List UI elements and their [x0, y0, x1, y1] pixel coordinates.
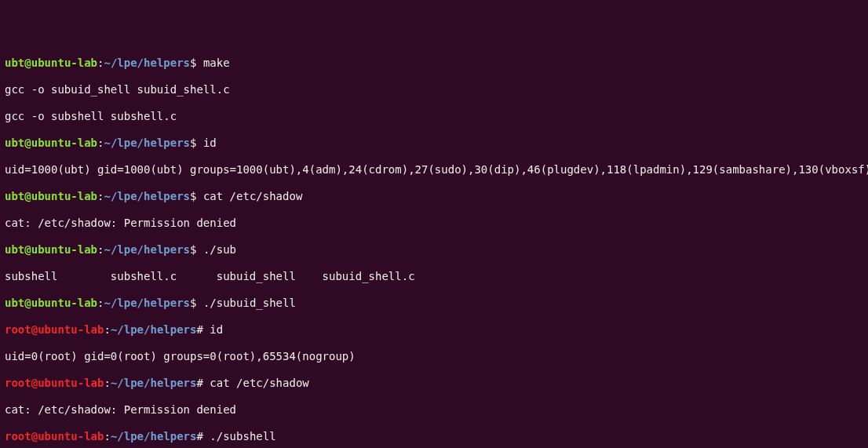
term-line: root@ubuntu-lab:~/lpe/helpers# id: [5, 323, 863, 337]
term-line: ubt@ubuntu-lab:~/lpe/helpers$ id: [5, 137, 863, 150]
at: @: [24, 56, 31, 69]
output-line: cat: /etc/shadow: Permission denied: [5, 217, 863, 230]
output-line: subshell subshell.c subuid_shell subuid_…: [5, 270, 863, 283]
prompt-user-root: root: [5, 323, 31, 336]
term-line: root@ubuntu-lab:~/lpe/helpers# cat /etc/…: [5, 377, 863, 390]
prompt-path: ~/lpe/helpers: [104, 56, 190, 69]
term-line: ubt@ubuntu-lab:~/lpe/helpers$ make: [5, 56, 863, 70]
output-line: uid=1000(ubt) gid=1000(ubt) groups=1000(…: [5, 163, 863, 177]
cmd: make: [203, 56, 230, 69]
prompt-host: ubuntu-lab: [31, 56, 97, 69]
term-line: ubt@ubuntu-lab:~/lpe/helpers$ ./sub: [5, 243, 863, 257]
term-line: root@ubuntu-lab:~/lpe/helpers# ./subshel…: [5, 430, 863, 443]
prompt-user: ubt: [5, 56, 24, 69]
output-line: gcc -o subshell subshell.c: [5, 110, 863, 123]
output-line: uid=0(root) gid=0(root) groups=0(root),6…: [5, 350, 863, 363]
term-line: ubt@ubuntu-lab:~/lpe/helpers$ ./subuid_s…: [5, 297, 863, 310]
prompt-sep: $: [190, 56, 203, 69]
term-line: ubt@ubuntu-lab:~/lpe/helpers$ cat /etc/s…: [5, 190, 863, 203]
output-line: cat: /etc/shadow: Permission denied: [5, 403, 863, 417]
output-line: gcc -o subuid_shell subuid_shell.c: [5, 83, 863, 97]
